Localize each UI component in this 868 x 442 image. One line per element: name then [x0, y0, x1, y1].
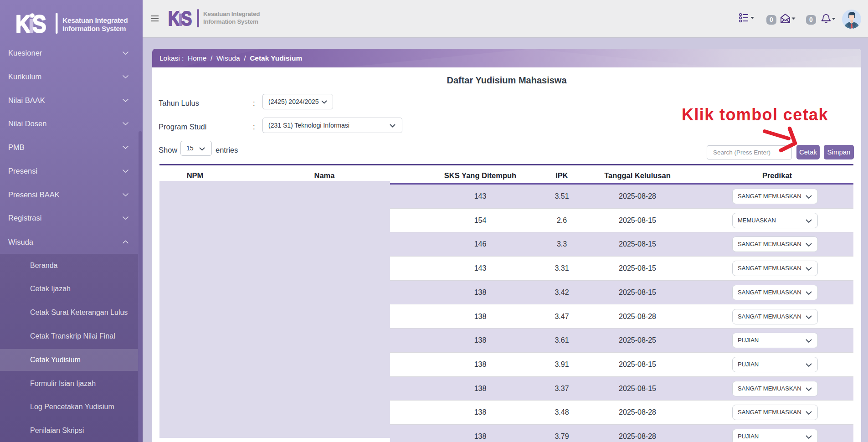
svg-text:Kesatuan Integrated: Kesatuan Integrated — [203, 10, 260, 17]
svg-text:Information System: Information System — [62, 25, 126, 32]
svg-text:Information System: Information System — [203, 18, 258, 25]
svg-text:Kesatuan Integrated: Kesatuan Integrated — [62, 16, 128, 24]
